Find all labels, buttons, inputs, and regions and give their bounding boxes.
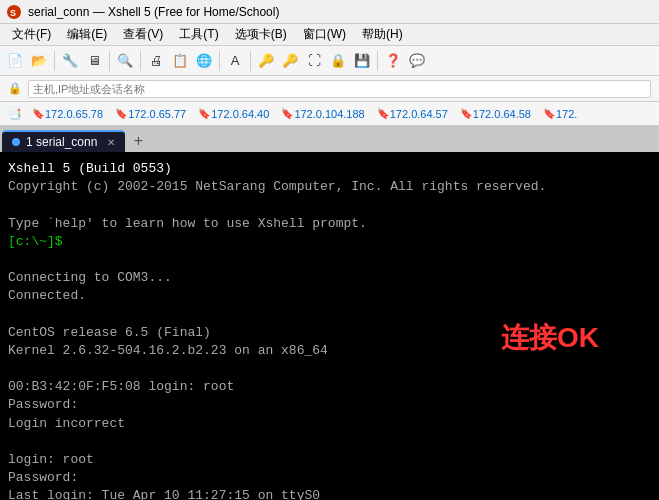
find-button[interactable]: 🔍: [114, 50, 136, 72]
toolbar-separator-5: [250, 51, 251, 71]
title-bar: S serial_conn — Xshell 5 (Free for Home/…: [0, 0, 659, 24]
font-button[interactable]: A: [224, 50, 246, 72]
svg-text:S: S: [10, 8, 16, 18]
terminal-line-16: [8, 433, 651, 451]
transfer-button[interactable]: 💾: [351, 50, 373, 72]
menu-bar: 文件(F) 编辑(E) 查看(V) 工具(T) 选项卡(B) 窗口(W) 帮助(…: [0, 24, 659, 46]
terminal-line-18: Password:: [8, 469, 651, 487]
bookmark-3[interactable]: 🔖 172.0.64.40: [192, 106, 275, 122]
bookmark-icon-6: 🔖: [460, 108, 472, 119]
bookmark-4[interactable]: 🔖 172.0.104.188: [275, 106, 370, 122]
print-button[interactable]: 🖨: [145, 50, 167, 72]
info-button[interactable]: 💬: [406, 50, 428, 72]
terminal-line-5: [c:\~]$: [8, 233, 651, 251]
terminal-line-8: Connected.: [8, 287, 651, 305]
bookmarks-bar: 📑 🔖 172.0.65.78 🔖 172.0.65.77 🔖 172.0.64…: [0, 102, 659, 126]
bookmark-5[interactable]: 🔖 172.0.64.57: [371, 106, 454, 122]
menu-window[interactable]: 窗口(W): [295, 24, 354, 45]
terminal-line-1: Xshell 5 (Build 0553): [8, 160, 651, 178]
toolbar-separator-6: [377, 51, 378, 71]
tab-close-button[interactable]: ✕: [107, 137, 115, 148]
tab-bar: 1 serial_conn ✕ +: [0, 126, 659, 152]
toolbar-separator-3: [140, 51, 141, 71]
tab-label: 1 serial_conn: [26, 135, 97, 149]
terminal[interactable]: Xshell 5 (Build 0553) Copyright (c) 2002…: [0, 152, 659, 500]
tab-indicator: [12, 138, 20, 146]
bookmarks-icon: 📑: [4, 107, 26, 120]
bookmark-icon-4: 🔖: [281, 108, 293, 119]
lock-button[interactable]: 🔒: [327, 50, 349, 72]
new-session-button[interactable]: 📄: [4, 50, 26, 72]
terminal-line-4: Type `help' to learn how to use Xshell p…: [8, 215, 651, 233]
bookmark-6[interactable]: 🔖 172.0.64.58: [454, 106, 537, 122]
menu-help[interactable]: 帮助(H): [354, 24, 411, 45]
menu-tabs[interactable]: 选项卡(B): [227, 24, 295, 45]
bookmark-icon-2: 🔖: [115, 108, 127, 119]
connection-ok-text: 连接OK: [501, 318, 599, 357]
bookmark-2[interactable]: 🔖 172.0.65.77: [109, 106, 192, 122]
menu-file[interactable]: 文件(F): [4, 24, 59, 45]
fullscreen-button[interactable]: ⛶: [303, 50, 325, 72]
clipboard-button[interactable]: 📋: [169, 50, 191, 72]
address-input[interactable]: [28, 80, 651, 98]
title-bar-text: serial_conn — Xshell 5 (Free for Home/Sc…: [28, 5, 279, 19]
terminal-line-6: [8, 251, 651, 269]
globe-button[interactable]: 🌐: [193, 50, 215, 72]
properties-button[interactable]: 🔧: [59, 50, 81, 72]
bookmark-icon-5: 🔖: [377, 108, 389, 119]
bookmark-1[interactable]: 🔖 172.0.65.78: [26, 106, 109, 122]
terminal-line-19: Last login: Tue Apr 10 11:27:15 on ttyS0: [8, 487, 651, 500]
menu-view[interactable]: 查看(V): [115, 24, 171, 45]
toolbar-separator-1: [54, 51, 55, 71]
terminal-line-15: Login incorrect: [8, 415, 651, 433]
address-lock-icon: 🔒: [8, 82, 22, 95]
toolbar-separator-4: [219, 51, 220, 71]
toolbar-separator-2: [109, 51, 110, 71]
terminal-line-14: Password:: [8, 396, 651, 414]
new-tab-button[interactable]: +: [127, 130, 149, 152]
bookmark-icon-1: 🔖: [32, 108, 44, 119]
address-bar: 🔒: [0, 76, 659, 102]
help-button[interactable]: ❓: [382, 50, 404, 72]
app-icon: S: [6, 4, 22, 20]
terminal-line-2: Copyright (c) 2002-2015 NetSarang Comput…: [8, 178, 651, 196]
key-button[interactable]: 🔑: [255, 50, 277, 72]
toolbar: 📄 📂 🔧 🖥 🔍 🖨 📋 🌐 A 🔑 🔑 ⛶ 🔒 💾 ❓ 💬: [0, 46, 659, 76]
terminal-line-17: login: root: [8, 451, 651, 469]
terminal-line-12: [8, 360, 651, 378]
active-tab[interactable]: 1 serial_conn ✕: [2, 130, 125, 152]
bookmark-7[interactable]: 🔖 172.: [537, 106, 583, 122]
bookmark-icon-7: 🔖: [543, 108, 555, 119]
terminal-line-3: [8, 196, 651, 214]
agent-button[interactable]: 🔑: [279, 50, 301, 72]
terminal-line-13: 00:B3:42:0F:F5:08 login: root: [8, 378, 651, 396]
menu-edit[interactable]: 编辑(E): [59, 24, 115, 45]
bookmark-icon-3: 🔖: [198, 108, 210, 119]
menu-tools[interactable]: 工具(T): [171, 24, 226, 45]
open-button[interactable]: 📂: [28, 50, 50, 72]
terminal-button[interactable]: 🖥: [83, 50, 105, 72]
terminal-line-7: Connecting to COM3...: [8, 269, 651, 287]
